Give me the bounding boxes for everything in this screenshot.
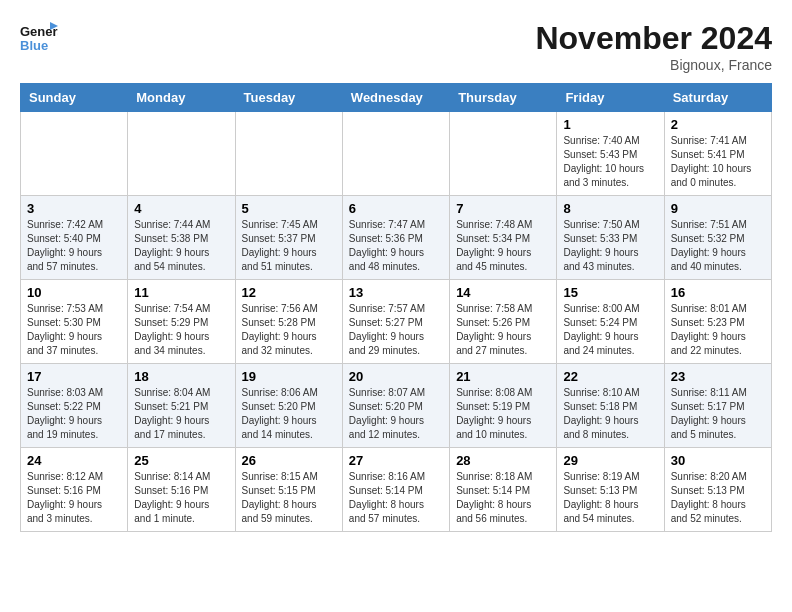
calendar-cell bbox=[342, 112, 449, 196]
calendar-cell: 29Sunrise: 8:19 AM Sunset: 5:13 PM Dayli… bbox=[557, 448, 664, 532]
day-number: 26 bbox=[242, 453, 336, 468]
calendar-cell: 7Sunrise: 7:48 AM Sunset: 5:34 PM Daylig… bbox=[450, 196, 557, 280]
calendar-cell: 15Sunrise: 8:00 AM Sunset: 5:24 PM Dayli… bbox=[557, 280, 664, 364]
day-number: 6 bbox=[349, 201, 443, 216]
calendar-cell: 13Sunrise: 7:57 AM Sunset: 5:27 PM Dayli… bbox=[342, 280, 449, 364]
day-number: 1 bbox=[563, 117, 657, 132]
title-block: November 2024 Bignoux, France bbox=[535, 20, 772, 73]
month-title: November 2024 bbox=[535, 20, 772, 57]
week-row-2: 3Sunrise: 7:42 AM Sunset: 5:40 PM Daylig… bbox=[21, 196, 772, 280]
day-info: Sunrise: 7:44 AM Sunset: 5:38 PM Dayligh… bbox=[134, 218, 228, 274]
day-number: 18 bbox=[134, 369, 228, 384]
weekday-header-monday: Monday bbox=[128, 84, 235, 112]
day-number: 28 bbox=[456, 453, 550, 468]
day-info: Sunrise: 7:45 AM Sunset: 5:37 PM Dayligh… bbox=[242, 218, 336, 274]
day-info: Sunrise: 7:47 AM Sunset: 5:36 PM Dayligh… bbox=[349, 218, 443, 274]
day-info: Sunrise: 7:53 AM Sunset: 5:30 PM Dayligh… bbox=[27, 302, 121, 358]
day-info: Sunrise: 7:57 AM Sunset: 5:27 PM Dayligh… bbox=[349, 302, 443, 358]
day-info: Sunrise: 7:51 AM Sunset: 5:32 PM Dayligh… bbox=[671, 218, 765, 274]
day-info: Sunrise: 7:42 AM Sunset: 5:40 PM Dayligh… bbox=[27, 218, 121, 274]
day-info: Sunrise: 8:20 AM Sunset: 5:13 PM Dayligh… bbox=[671, 470, 765, 526]
day-number: 10 bbox=[27, 285, 121, 300]
calendar-cell bbox=[21, 112, 128, 196]
weekday-header-row: SundayMondayTuesdayWednesdayThursdayFrid… bbox=[21, 84, 772, 112]
day-number: 22 bbox=[563, 369, 657, 384]
weekday-header-sunday: Sunday bbox=[21, 84, 128, 112]
day-info: Sunrise: 8:14 AM Sunset: 5:16 PM Dayligh… bbox=[134, 470, 228, 526]
day-info: Sunrise: 8:08 AM Sunset: 5:19 PM Dayligh… bbox=[456, 386, 550, 442]
day-number: 27 bbox=[349, 453, 443, 468]
day-number: 11 bbox=[134, 285, 228, 300]
calendar-cell: 9Sunrise: 7:51 AM Sunset: 5:32 PM Daylig… bbox=[664, 196, 771, 280]
day-number: 25 bbox=[134, 453, 228, 468]
calendar-cell: 14Sunrise: 7:58 AM Sunset: 5:26 PM Dayli… bbox=[450, 280, 557, 364]
day-info: Sunrise: 7:50 AM Sunset: 5:33 PM Dayligh… bbox=[563, 218, 657, 274]
weekday-header-friday: Friday bbox=[557, 84, 664, 112]
calendar-cell: 25Sunrise: 8:14 AM Sunset: 5:16 PM Dayli… bbox=[128, 448, 235, 532]
calendar-cell: 18Sunrise: 8:04 AM Sunset: 5:21 PM Dayli… bbox=[128, 364, 235, 448]
day-info: Sunrise: 7:58 AM Sunset: 5:26 PM Dayligh… bbox=[456, 302, 550, 358]
calendar-cell: 8Sunrise: 7:50 AM Sunset: 5:33 PM Daylig… bbox=[557, 196, 664, 280]
day-info: Sunrise: 8:19 AM Sunset: 5:13 PM Dayligh… bbox=[563, 470, 657, 526]
day-info: Sunrise: 8:15 AM Sunset: 5:15 PM Dayligh… bbox=[242, 470, 336, 526]
calendar-cell bbox=[128, 112, 235, 196]
day-number: 30 bbox=[671, 453, 765, 468]
calendar-cell: 24Sunrise: 8:12 AM Sunset: 5:16 PM Dayli… bbox=[21, 448, 128, 532]
day-number: 15 bbox=[563, 285, 657, 300]
calendar-cell: 11Sunrise: 7:54 AM Sunset: 5:29 PM Dayli… bbox=[128, 280, 235, 364]
calendar-cell: 28Sunrise: 8:18 AM Sunset: 5:14 PM Dayli… bbox=[450, 448, 557, 532]
calendar-cell: 10Sunrise: 7:53 AM Sunset: 5:30 PM Dayli… bbox=[21, 280, 128, 364]
calendar-cell: 26Sunrise: 8:15 AM Sunset: 5:15 PM Dayli… bbox=[235, 448, 342, 532]
day-info: Sunrise: 7:40 AM Sunset: 5:43 PM Dayligh… bbox=[563, 134, 657, 190]
week-row-4: 17Sunrise: 8:03 AM Sunset: 5:22 PM Dayli… bbox=[21, 364, 772, 448]
page-header: General Blue November 2024 Bignoux, Fran… bbox=[20, 20, 772, 73]
svg-text:Blue: Blue bbox=[20, 38, 48, 53]
weekday-header-wednesday: Wednesday bbox=[342, 84, 449, 112]
weekday-header-saturday: Saturday bbox=[664, 84, 771, 112]
day-number: 19 bbox=[242, 369, 336, 384]
weekday-header-thursday: Thursday bbox=[450, 84, 557, 112]
day-info: Sunrise: 7:48 AM Sunset: 5:34 PM Dayligh… bbox=[456, 218, 550, 274]
day-number: 4 bbox=[134, 201, 228, 216]
calendar-cell: 2Sunrise: 7:41 AM Sunset: 5:41 PM Daylig… bbox=[664, 112, 771, 196]
calendar-cell: 22Sunrise: 8:10 AM Sunset: 5:18 PM Dayli… bbox=[557, 364, 664, 448]
day-info: Sunrise: 8:06 AM Sunset: 5:20 PM Dayligh… bbox=[242, 386, 336, 442]
day-info: Sunrise: 8:10 AM Sunset: 5:18 PM Dayligh… bbox=[563, 386, 657, 442]
day-number: 13 bbox=[349, 285, 443, 300]
day-info: Sunrise: 8:04 AM Sunset: 5:21 PM Dayligh… bbox=[134, 386, 228, 442]
day-number: 8 bbox=[563, 201, 657, 216]
calendar-table: SundayMondayTuesdayWednesdayThursdayFrid… bbox=[20, 83, 772, 532]
calendar-cell: 23Sunrise: 8:11 AM Sunset: 5:17 PM Dayli… bbox=[664, 364, 771, 448]
calendar-cell: 4Sunrise: 7:44 AM Sunset: 5:38 PM Daylig… bbox=[128, 196, 235, 280]
calendar-cell: 16Sunrise: 8:01 AM Sunset: 5:23 PM Dayli… bbox=[664, 280, 771, 364]
calendar-cell: 3Sunrise: 7:42 AM Sunset: 5:40 PM Daylig… bbox=[21, 196, 128, 280]
calendar-cell bbox=[235, 112, 342, 196]
day-info: Sunrise: 7:41 AM Sunset: 5:41 PM Dayligh… bbox=[671, 134, 765, 190]
calendar-cell: 12Sunrise: 7:56 AM Sunset: 5:28 PM Dayli… bbox=[235, 280, 342, 364]
calendar-cell: 20Sunrise: 8:07 AM Sunset: 5:20 PM Dayli… bbox=[342, 364, 449, 448]
day-number: 23 bbox=[671, 369, 765, 384]
week-row-3: 10Sunrise: 7:53 AM Sunset: 5:30 PM Dayli… bbox=[21, 280, 772, 364]
calendar-cell: 19Sunrise: 8:06 AM Sunset: 5:20 PM Dayli… bbox=[235, 364, 342, 448]
day-info: Sunrise: 8:16 AM Sunset: 5:14 PM Dayligh… bbox=[349, 470, 443, 526]
day-number: 7 bbox=[456, 201, 550, 216]
calendar-cell bbox=[450, 112, 557, 196]
day-number: 16 bbox=[671, 285, 765, 300]
calendar-cell: 27Sunrise: 8:16 AM Sunset: 5:14 PM Dayli… bbox=[342, 448, 449, 532]
day-info: Sunrise: 8:00 AM Sunset: 5:24 PM Dayligh… bbox=[563, 302, 657, 358]
day-number: 9 bbox=[671, 201, 765, 216]
day-info: Sunrise: 8:11 AM Sunset: 5:17 PM Dayligh… bbox=[671, 386, 765, 442]
day-number: 2 bbox=[671, 117, 765, 132]
weekday-header-tuesday: Tuesday bbox=[235, 84, 342, 112]
week-row-5: 24Sunrise: 8:12 AM Sunset: 5:16 PM Dayli… bbox=[21, 448, 772, 532]
calendar-cell: 17Sunrise: 8:03 AM Sunset: 5:22 PM Dayli… bbox=[21, 364, 128, 448]
day-info: Sunrise: 8:18 AM Sunset: 5:14 PM Dayligh… bbox=[456, 470, 550, 526]
location: Bignoux, France bbox=[535, 57, 772, 73]
calendar-cell: 6Sunrise: 7:47 AM Sunset: 5:36 PM Daylig… bbox=[342, 196, 449, 280]
calendar-cell: 5Sunrise: 7:45 AM Sunset: 5:37 PM Daylig… bbox=[235, 196, 342, 280]
day-number: 3 bbox=[27, 201, 121, 216]
day-number: 21 bbox=[456, 369, 550, 384]
calendar-cell: 21Sunrise: 8:08 AM Sunset: 5:19 PM Dayli… bbox=[450, 364, 557, 448]
day-number: 17 bbox=[27, 369, 121, 384]
calendar-cell: 30Sunrise: 8:20 AM Sunset: 5:13 PM Dayli… bbox=[664, 448, 771, 532]
